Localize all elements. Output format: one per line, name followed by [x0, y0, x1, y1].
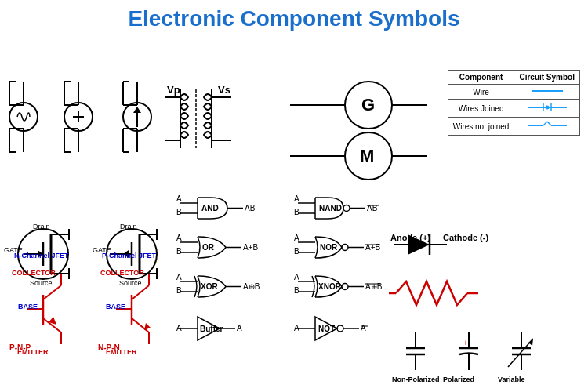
svg-text:A⊕B: A⊕B — [243, 282, 260, 291]
n-channel-label: N-Channel JFET — [14, 252, 69, 260]
svg-text:B: B — [176, 286, 182, 295]
svg-text:Source: Source — [119, 279, 142, 287]
svg-text:A: A — [176, 194, 182, 203]
svg-line-191 — [543, 122, 547, 125]
cathode-label: Cathode (-) — [443, 233, 488, 242]
polarized-label: Polarized — [443, 376, 474, 383]
svg-text:NAND: NAND — [319, 204, 342, 212]
svg-line-176 — [132, 285, 149, 299]
svg-text:A: A — [237, 324, 242, 332]
svg-text:B: B — [294, 286, 299, 295]
p-channel-label: P-Channel JFET — [102, 252, 156, 260]
variable-label: Variable — [498, 376, 525, 383]
svg-text:BASE: BASE — [106, 303, 125, 310]
table-header-symbol: Circuit Symbol — [514, 71, 580, 85]
svg-text:BASE: BASE — [18, 303, 38, 310]
component-table: Component Circuit Symbol Wire Wires Join… — [448, 70, 580, 136]
svg-text:M: M — [360, 146, 374, 165]
svg-text:COLLECTOR: COLLECTOR — [100, 269, 144, 277]
svg-text:XOR: XOR — [201, 282, 218, 291]
svg-text:Source: Source — [30, 279, 53, 287]
table-cell-joined-symbol — [514, 100, 580, 118]
non-polarized-label: Non-Polarized — [392, 376, 440, 383]
svg-text:A: A — [294, 324, 299, 332]
svg-text:Buffer: Buffer — [200, 325, 223, 333]
svg-point-2 — [9, 103, 38, 131]
svg-text:COLLECTOR: COLLECTOR — [12, 269, 56, 277]
svg-text:A: A — [294, 194, 299, 203]
svg-text:G: G — [361, 95, 375, 114]
svg-point-188 — [545, 106, 549, 110]
svg-point-120 — [342, 245, 348, 251]
svg-text:Drain: Drain — [33, 223, 50, 230]
svg-marker-163 — [528, 339, 533, 346]
svg-text:A+B: A+B — [243, 243, 259, 252]
svg-point-111 — [343, 205, 350, 212]
svg-text:Drain: Drain — [120, 223, 137, 230]
pnp-label: P-N-P — [9, 343, 31, 352]
svg-text:AB: AB — [245, 204, 256, 212]
table-cell-wire-symbol — [514, 85, 580, 100]
svg-line-192 — [547, 122, 551, 125]
svg-text:Vp: Vp — [167, 84, 180, 96]
table-cell-joined-name: Wires Joined — [448, 100, 514, 118]
svg-line-166 — [43, 285, 61, 299]
table-cell-wire-name: Wire — [448, 85, 514, 100]
svg-text:+: + — [463, 339, 468, 347]
svg-text:A: A — [176, 234, 182, 242]
svg-text:A: A — [294, 234, 299, 242]
svg-text:Vs: Vs — [218, 84, 230, 96]
svg-text:B: B — [294, 247, 299, 256]
table-cell-notjoined-name: Wires not joined — [448, 118, 514, 136]
table-cell-notjoined-symbol — [514, 118, 580, 136]
svg-text:B: B — [176, 247, 182, 256]
svg-marker-180 — [144, 323, 151, 330]
npn-label: N-P-N — [98, 343, 120, 352]
svg-point-129 — [342, 284, 348, 290]
svg-text:NOR: NOR — [320, 243, 338, 252]
svg-text:A: A — [294, 273, 299, 281]
table-header-component: Component — [448, 71, 514, 85]
anode-label: Anode (+) — [390, 233, 430, 242]
page-title: Electronic Component Symbols — [0, 0, 588, 34]
svg-text:A: A — [176, 324, 182, 332]
svg-text:A: A — [361, 324, 366, 332]
svg-text:B: B — [176, 208, 182, 216]
svg-marker-24 — [133, 107, 141, 113]
svg-text:OR: OR — [202, 243, 215, 252]
svg-text:XNOR: XNOR — [318, 282, 342, 291]
svg-text:B: B — [294, 208, 299, 216]
svg-text:NOT: NOT — [318, 325, 335, 333]
svg-text:A: A — [176, 273, 182, 281]
svg-text:AND: AND — [201, 204, 219, 212]
